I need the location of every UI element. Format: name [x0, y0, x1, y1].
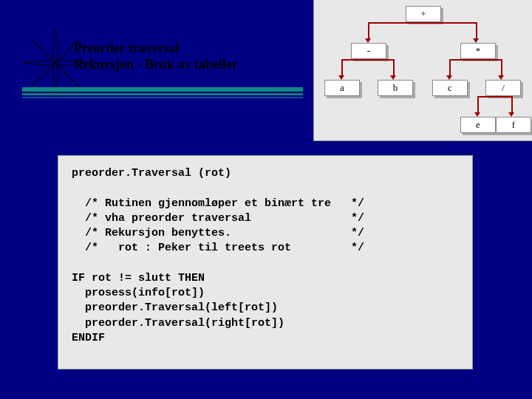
- code-line: /* Rutinen gjennomløper et binært tre */: [72, 197, 364, 210]
- tree-node-rrr: f: [496, 117, 531, 133]
- code-line: /* rot : Peker til treets rot */: [72, 242, 364, 254]
- code-line: prosess(info[rot]): [72, 287, 205, 299]
- tree-node-rr: /: [485, 80, 521, 96]
- title-line-2: Rekursjon - Bruk av tabeller: [74, 57, 238, 73]
- svg-marker-0: [52, 30, 58, 63]
- svg-marker-2: [22, 60, 55, 65]
- title-underline: [22, 87, 303, 103]
- code-line: ENDIF: [72, 332, 105, 344]
- tree-node-l: -: [351, 43, 386, 59]
- tree-node-r: *: [460, 43, 496, 59]
- svg-marker-6: [33, 63, 56, 86]
- tree-diagram: + - * a b c / e f: [313, 0, 532, 141]
- code-line: preorder.Traversal(right[rot]): [72, 317, 284, 330]
- tree-node-rrl: e: [460, 117, 496, 133]
- code-panel: preorder.Traversal (rot) /* Rutinen gjen…: [58, 155, 473, 369]
- tree-node-root: +: [406, 6, 441, 22]
- slide-title: Preorder traversal Rekursjon - Bruk av t…: [74, 41, 238, 72]
- code-line: IF rot != slutt THEN: [72, 272, 205, 284]
- title-line-1: Preorder traversal: [74, 41, 238, 57]
- tree-node-rl: c: [432, 80, 468, 96]
- code-line: /* Rekursjon benyttes. */: [72, 227, 364, 239]
- tree-node-ll: a: [324, 80, 360, 96]
- code-line: preorder.Traversal (rot): [72, 167, 231, 180]
- code-line: preorder.Traversal(left[rot]): [72, 301, 278, 314]
- code-line: /* vha preorder traversal */: [72, 212, 364, 225]
- tree-node-lr: b: [378, 80, 413, 96]
- svg-marker-4: [33, 40, 56, 64]
